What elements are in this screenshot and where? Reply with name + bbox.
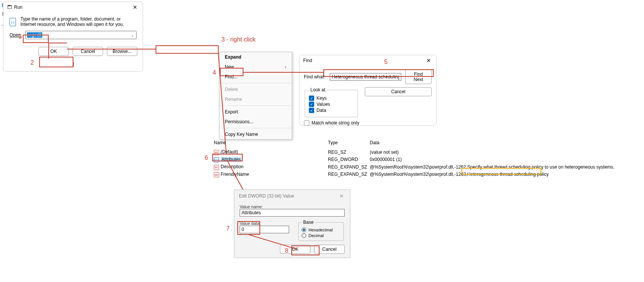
ok-button[interactable]: OK (38, 47, 69, 56)
redbox-find-input (323, 69, 434, 77)
line (67, 49, 156, 49)
checkbox-empty-icon (304, 120, 309, 126)
chevron-right-icon: › (285, 64, 286, 70)
redbox-valdata (237, 221, 260, 235)
val-name: Description (221, 164, 243, 169)
yellowbox-friendly (461, 168, 541, 175)
base-legend: Base (302, 220, 315, 225)
browse-button[interactable]: Browse... (107, 47, 137, 56)
chk-data[interactable]: ✓Data (309, 108, 354, 113)
ctx-export[interactable]: Export (219, 107, 292, 117)
val-name: FriendlyName (221, 172, 249, 177)
radio-label: Decimal (308, 233, 324, 238)
line (73, 62, 74, 66)
chk-label: Keys (316, 96, 327, 101)
checkbox-checked-icon: ✓ (309, 108, 314, 113)
annotation-3: 3 - right click (221, 36, 256, 43)
ctx-delete: Delete (219, 84, 292, 94)
radio-hex[interactable]: Hexadecimal (302, 228, 340, 232)
val-data-a: @%SystemRoot%\system32\powrprof.dll,-126… (370, 172, 467, 177)
line (48, 43, 49, 59)
dword-title: Edit DWORD (32-bit) Value (239, 193, 338, 199)
line (49, 43, 67, 43)
run-description: Type the name of a program, folder, docu… (21, 16, 137, 27)
chk-whole[interactable]: Match whole string only (304, 120, 432, 126)
value-row-attributes[interactable]: 011Attributes REG_DWORD 0x00000001 (1) (212, 156, 642, 164)
line (243, 72, 324, 73)
val-type: REG_DWORD (326, 156, 368, 163)
ctx-rename: Rename (219, 94, 292, 104)
find-cancel-button[interactable]: Cancel (365, 87, 432, 96)
annotation-2: 2 (30, 59, 34, 66)
val-type: REG_EXPAND_SZ (326, 171, 368, 178)
find-what-label: Find what: (304, 74, 326, 80)
annotation-5: 5 (384, 59, 388, 65)
radio-selected-icon (302, 228, 306, 232)
redbox-attributes (212, 154, 243, 161)
reg-sz-icon: ab (214, 165, 219, 170)
redbox-regedit (23, 35, 49, 43)
val-data: (value not set) (368, 149, 634, 156)
run-icon: 🗔 (7, 5, 12, 10)
base-group: Base Hexadecimal Decimal (298, 220, 344, 241)
close-icon[interactable]: ✕ (338, 193, 345, 199)
radio-dec[interactable]: Decimal (302, 233, 340, 238)
ctx-expand[interactable]: Expand (219, 52, 292, 62)
find-dialog: Find ✕ Find what: Find Next Look at ✓Key… (299, 55, 437, 126)
run-logo-icon: ▭ (10, 18, 16, 26)
checkbox-checked-icon: ✓ (309, 102, 314, 107)
annotation-7: 7 (226, 225, 230, 232)
valname-label: Value name: (240, 204, 345, 209)
lookat-legend: Look at (309, 87, 327, 92)
value-row-default[interactable]: ab(Default) REG_SZ (value not set) (212, 148, 642, 156)
separator (219, 105, 292, 106)
value-row-friendlyname[interactable]: abFriendlyName REG_EXPAND_SZ @%SystemRoo… (212, 171, 642, 178)
annotation-8: 8 (285, 247, 288, 254)
close-icon[interactable]: ✕ (425, 57, 433, 64)
reg-sz-icon: ab (214, 172, 219, 177)
lookat-group: Look at ✓Keys ✓Values ✓Data (305, 87, 358, 117)
redbox-ok-run (39, 57, 73, 67)
hdr-data[interactable]: Data (368, 139, 634, 146)
annotation-6: 6 (205, 155, 208, 161)
chk-label: Values (316, 102, 330, 107)
ctx-copykey[interactable]: Copy Key Name (219, 129, 292, 139)
chk-values[interactable]: ✓Values (309, 102, 354, 107)
radio-icon (302, 233, 306, 238)
hdr-type[interactable]: Type (326, 139, 368, 146)
chevron-down-icon: ⌄ (131, 33, 134, 37)
separator (219, 128, 292, 128)
chk-label: Data (316, 108, 326, 113)
hdr-name[interactable]: Name (212, 139, 326, 146)
cancel-button[interactable]: Cancel (73, 47, 103, 56)
separator (219, 83, 292, 83)
radio-label: Hexadecimal (308, 228, 333, 232)
redbox-find-ctx (220, 68, 243, 76)
valname-input[interactable] (240, 209, 345, 217)
redbox-hklm (156, 45, 219, 54)
value-header: Name Type Data (212, 139, 642, 148)
find-title: Find (303, 58, 425, 63)
run-title: Run (14, 5, 131, 10)
annotation-1: 1 (18, 33, 22, 40)
chk-label: Match whole string only (312, 120, 359, 126)
run-titlebar: 🗔 Run ✕ (3, 2, 143, 13)
close-icon[interactable]: ✕ (131, 4, 139, 10)
val-type: REG_SZ (326, 149, 368, 156)
annotation-4: 4 (213, 69, 216, 76)
chk-keys[interactable]: ✓Keys (309, 96, 354, 101)
val-type: REG_EXPAND_SZ (326, 164, 368, 170)
val-data: 0x00000001 (1) (368, 156, 634, 163)
value-row-description[interactable]: abDescription REG_EXPAND_SZ @%SystemRoot… (212, 163, 642, 171)
value-list: Name Type Data ab(Default) REG_SZ (value… (212, 139, 642, 178)
context-menu: Expand New › Find... Delete Rename Expor… (219, 52, 292, 140)
checkbox-checked-icon: ✓ (309, 96, 314, 101)
ctx-permissions[interactable]: Permissions... (219, 117, 292, 127)
redbox-dword-ok (291, 245, 320, 255)
